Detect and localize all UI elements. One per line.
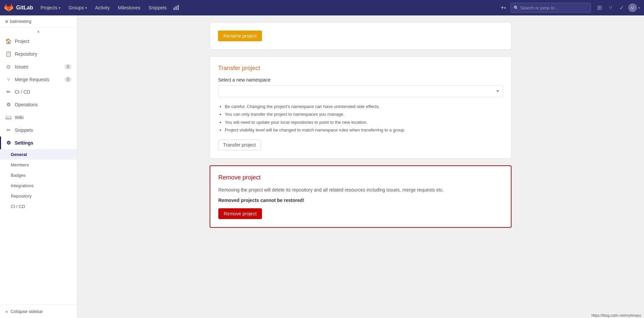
remove-project-card: Remove project Removing the project will… xyxy=(210,165,512,228)
project-icon: 🏠 xyxy=(5,38,11,44)
remove-project-title: Remove project xyxy=(218,174,503,181)
chevron-down-icon: ▾ xyxy=(59,6,60,10)
sidebar-item-operations[interactable]: ⚙ Operations xyxy=(0,98,77,111)
sidebar-item-snippets[interactable]: ✂ Snippets xyxy=(0,124,77,137)
dock-icon-btn[interactable]: ⊞ xyxy=(594,3,605,13)
collapse-sidebar-button[interactable]: « Collapse sidebar xyxy=(0,305,77,318)
remove-project-button[interactable]: Remove project xyxy=(218,208,262,219)
bullet-4: Project visibility level will be changed… xyxy=(225,126,503,134)
issues-icon: ⊙ xyxy=(5,64,11,70)
transfer-project-card: Transfer project Select a new namespace … xyxy=(210,56,512,159)
sidebar-subitem-integrations[interactable]: Integrations xyxy=(0,180,77,191)
new-item-button[interactable]: + ▾ xyxy=(498,3,508,13)
user-chevron-icon: ▾ xyxy=(638,6,640,10)
bullet-2: You can only transfer the project to nam… xyxy=(225,110,503,118)
top-navigation: GitLab Projects ▾ Groups ▾ Activity Mile… xyxy=(0,0,644,15)
nav-projects[interactable]: Projects ▾ xyxy=(37,4,64,12)
sidebar-subitem-ci-cd[interactable]: CI / CD xyxy=(0,201,77,212)
sidebar-subitem-badges[interactable]: Badges xyxy=(0,170,77,180)
merge-requests-icon: ⑂ xyxy=(5,76,11,82)
transfer-project-button[interactable]: Transfer project xyxy=(218,140,261,150)
sidebar-item-wiki[interactable]: 📖 Wiki xyxy=(0,111,77,124)
remove-project-description: Removing the project will delete its rep… xyxy=(218,187,503,194)
avatar: U xyxy=(628,3,637,12)
gitlab-logo xyxy=(4,3,13,12)
operations-icon: ⚙ xyxy=(5,102,11,108)
svg-rect-2 xyxy=(177,5,179,10)
collapse-icon: « xyxy=(5,309,8,314)
sidebar-item-settings[interactable]: ⚙ Settings xyxy=(0,137,77,149)
issues-icon-btn[interactable]: ✓ xyxy=(616,3,627,13)
ci-cd-icon: ✏ xyxy=(5,89,11,95)
issues-badge: 0 xyxy=(64,64,71,69)
namespace-field-label: Select a new namespace xyxy=(218,77,503,83)
sidebar-item-ci-cd[interactable]: ✏ CI / CD xyxy=(0,86,77,98)
sidebar-item-merge-requests[interactable]: ⑂ Merge Requests 0 xyxy=(0,73,77,86)
settings-icon: ⚙ xyxy=(5,140,11,146)
sidebar-item-project[interactable]: 🏠 Project xyxy=(0,35,77,48)
project-status-dot xyxy=(5,20,8,23)
remove-project-warning: Removed projects cannot be restored! xyxy=(218,198,503,203)
sidebar-subitem-general[interactable]: General xyxy=(0,149,77,160)
sidebar-item-repository[interactable]: 📋 Repository xyxy=(0,48,77,60)
main-layout: balmeeting ▲ 🏠 Project 📋 Repository ⊙ Is… xyxy=(0,15,644,318)
sidebar: balmeeting ▲ 🏠 Project 📋 Repository ⊙ Is… xyxy=(0,15,77,318)
sidebar-project-name: balmeeting xyxy=(0,15,77,28)
sidebar-subitem-repository[interactable]: Repository xyxy=(0,191,77,201)
svg-rect-0 xyxy=(173,7,175,10)
svg-rect-1 xyxy=(175,6,177,10)
content-area: Rename project Transfer project Select a… xyxy=(210,15,512,228)
repository-icon: 📋 xyxy=(5,51,11,57)
main-content: Rename project Transfer project Select a… xyxy=(77,15,644,318)
chevron-down-icon: ▾ xyxy=(85,6,87,10)
namespace-select[interactable] xyxy=(218,85,503,97)
wiki-icon: 📖 xyxy=(5,114,11,120)
nav-snippets[interactable]: Snippets xyxy=(145,4,170,12)
nav-groups[interactable]: Groups ▾ xyxy=(65,4,90,12)
rename-project-button[interactable]: Rename project xyxy=(218,31,262,41)
rename-project-card: Rename project xyxy=(210,22,512,50)
user-menu[interactable]: U ▾ xyxy=(628,3,640,12)
merge-request-icon-btn[interactable]: ⑂ xyxy=(606,3,615,13)
bullet-3: You will need to update your local repos… xyxy=(225,118,503,126)
nav-activity[interactable]: Activity xyxy=(92,4,113,12)
scroll-up-indicator: ▲ xyxy=(0,28,77,35)
sidebar-item-issues[interactable]: ⊙ Issues 0 xyxy=(0,60,77,73)
sidebar-subitem-members[interactable]: Members xyxy=(0,160,77,170)
bullet-1: Be careful. Changing the project's names… xyxy=(225,103,503,110)
search-icon: 🔍 xyxy=(514,5,519,10)
chart-icon[interactable] xyxy=(173,4,179,11)
brand-logo-link[interactable]: GitLab xyxy=(4,3,33,12)
snippets-icon: ✂ xyxy=(5,127,11,133)
nav-milestones[interactable]: Milestones xyxy=(115,4,144,12)
merge-requests-badge: 0 xyxy=(64,77,71,82)
search-input[interactable] xyxy=(520,5,588,10)
search-box[interactable]: 🔍 xyxy=(511,3,591,13)
brand-name: GitLab xyxy=(16,5,33,11)
plus-chevron-icon: ▾ xyxy=(504,6,506,10)
status-bar: https://blog.csdn.net/mytimayo xyxy=(589,313,644,318)
transfer-bullet-list: Be careful. Changing the project's names… xyxy=(218,103,503,134)
transfer-project-title: Transfer project xyxy=(218,65,503,72)
